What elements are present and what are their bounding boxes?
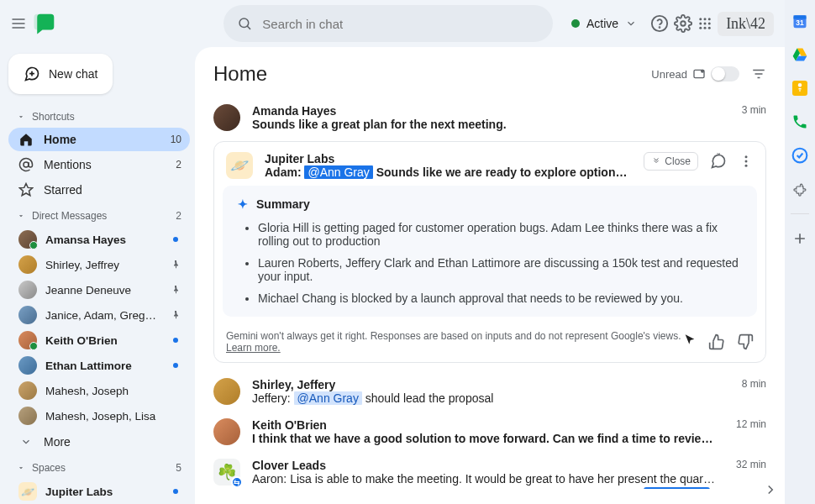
svg-point-5: [704, 18, 707, 20]
summary-bullet: Lauren Roberts, Jeffery Clark and Ethan …: [258, 256, 742, 283]
svg-point-13: [24, 162, 29, 167]
avatar: [18, 331, 37, 349]
search-bar[interactable]: [223, 5, 553, 42]
nav-home[interactable]: Home 10: [8, 128, 190, 151]
avatar: [18, 407, 37, 425]
nav-starred[interactable]: Starred: [8, 178, 190, 202]
svg-point-10: [699, 27, 702, 29]
org-brand: Ink\42: [718, 12, 774, 36]
sidebar: New chat Shortcuts Home 10 Mentions 2 St…: [0, 47, 195, 504]
overflow-icon[interactable]: [739, 154, 754, 169]
chevron-right-icon: [763, 482, 778, 497]
side-rail: 31: [785, 0, 815, 504]
space-label: Jupiter Labs: [45, 486, 161, 498]
space-icon: 🪐: [18, 482, 37, 501]
dm-item[interactable]: Ethan Lattimore: [8, 353, 190, 378]
svg-point-15: [701, 70, 704, 73]
unread-toggle[interactable]: Unread: [651, 66, 739, 81]
avatar: [18, 255, 37, 274]
nav-mentions[interactable]: Mentions 2: [8, 153, 190, 176]
dm-label: Amansa Hayes: [45, 234, 161, 246]
shortcuts-header[interactable]: Shortcuts: [8, 104, 190, 126]
conversation-row[interactable]: Shirley, Jeffery Jeffery: @Ann Gray shou…: [213, 371, 766, 412]
settings-button[interactable]: [674, 7, 692, 40]
search-icon: [237, 15, 252, 32]
svg-point-6: [708, 18, 711, 20]
summary-card: ✦ Summary Gloria Hill is getting paged f…: [223, 186, 757, 317]
thumbs-up-icon[interactable]: [708, 333, 725, 350]
sparkle-icon: ✦: [238, 197, 248, 211]
close-button[interactable]: Close: [644, 152, 698, 171]
toggle-switch[interactable]: [711, 66, 739, 81]
mention-chip[interactable]: @Ann Gray: [304, 165, 372, 179]
search-input[interactable]: [262, 17, 539, 31]
dm-item[interactable]: Mahesh, Joseph: [8, 378, 190, 403]
conversation-row[interactable]: ☘️⇆Clover Leads Aaron: Lisa is able to m…: [213, 452, 766, 489]
dm-item[interactable]: Mahesh, Joseph, Lisa: [8, 403, 190, 428]
status-label: Active: [586, 17, 618, 30]
avatar: [18, 306, 37, 324]
dm-item[interactable]: Jeanne Deneuve: [8, 277, 190, 302]
summary-disclaimer: Gemini won't always get it right. Respon…: [214, 325, 765, 362]
dms-more[interactable]: More: [8, 430, 190, 454]
help-button[interactable]: [650, 7, 669, 40]
rail-drive[interactable]: [791, 45, 809, 64]
svg-point-16: [745, 155, 748, 158]
spaces-header[interactable]: Spaces 5: [8, 455, 190, 477]
chevron-down-icon: [18, 434, 34, 449]
svg-point-0: [239, 18, 249, 28]
rail-phone[interactable]: [791, 113, 809, 131]
thumbs-down-icon[interactable]: [737, 333, 754, 350]
content-panel: Home Unread Amanda Hayes Sounds like a g…: [195, 47, 785, 504]
pin-icon: [171, 260, 181, 270]
svg-point-12: [708, 27, 711, 29]
svg-point-1: [652, 16, 667, 31]
svg-text:31: 31: [796, 18, 804, 27]
apps-button[interactable]: [697, 7, 712, 40]
main-menu-button[interactable]: [10, 7, 27, 40]
conversation-row[interactable]: Keith O'Brien I think that we have a goo…: [213, 412, 766, 452]
dm-item[interactable]: Amansa Hayes: [8, 227, 190, 252]
mention-chip[interactable]: @Ann Gray: [294, 391, 362, 405]
next-page-button[interactable]: [763, 482, 778, 497]
unread-dot: [173, 237, 178, 242]
caret-down-icon: [17, 212, 25, 220]
unread-dot: [173, 338, 178, 343]
star-icon: [18, 182, 34, 197]
avatar: [18, 230, 37, 249]
space-avatar: ☘️⇆: [213, 459, 240, 486]
avatar: [18, 281, 37, 299]
chat-logo: [32, 10, 57, 37]
dm-label: Ethan Lattimore: [45, 360, 161, 372]
collapse-icon: [651, 156, 661, 166]
space-item[interactable]: 🪐 Jupiter Labs: [8, 479, 190, 504]
svg-point-18: [745, 165, 748, 167]
summary-bullet: Michael Chang is blocked by a launch app…: [258, 291, 742, 305]
conversation-row[interactable]: Amanda Hayes Sounds like a great plan fo…: [213, 97, 766, 138]
rail-calendar[interactable]: 31: [791, 12, 809, 30]
rail-addons[interactable]: [791, 180, 809, 198]
at-icon: [18, 157, 34, 172]
dm-item[interactable]: Shirley, Jeffrey: [8, 252, 190, 277]
open-thread-icon[interactable]: [710, 153, 727, 170]
learn-more-link[interactable]: Learn more.: [226, 342, 281, 354]
rail-add[interactable]: [791, 229, 809, 248]
dm-label: Mahesh, Joseph, Lisa: [45, 410, 161, 423]
status-selector[interactable]: Active: [563, 12, 645, 35]
new-chat-button[interactable]: New chat: [8, 54, 113, 94]
mention-chip[interactable]: @Ann Gray: [644, 487, 710, 489]
avatar: [213, 378, 240, 405]
rail-keep[interactable]: [791, 79, 809, 97]
rail-tasks[interactable]: [791, 146, 809, 165]
dm-item[interactable]: Keith O'Brien: [8, 328, 190, 353]
dms-header[interactable]: Direct Messages 2: [8, 203, 190, 225]
filter-icon[interactable]: [751, 66, 766, 81]
new-chat-label: New chat: [49, 67, 97, 81]
dm-item[interactable]: Janice, Adam, Gregory, Joseph: [8, 302, 190, 328]
dm-label: Shirley, Jeffrey: [45, 259, 161, 271]
svg-point-4: [699, 18, 702, 20]
apps-grid-icon: [697, 16, 712, 31]
conversation-expanded: 🪐 Jupiter Labs Adam: @Ann Gray Sounds li…: [213, 141, 766, 363]
dm-label: Jeanne Deneuve: [45, 284, 161, 297]
reply-icon: ↳: [252, 488, 262, 490]
